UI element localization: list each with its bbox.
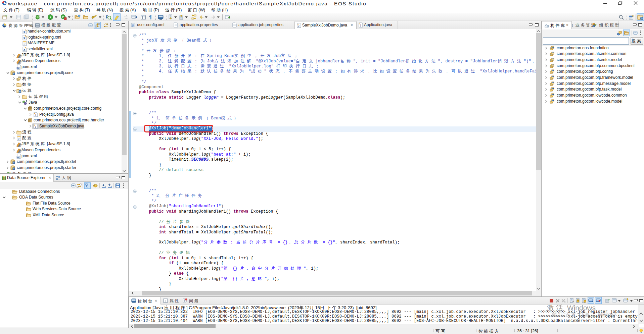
svg-text:¶: ¶ xyxy=(149,15,152,20)
